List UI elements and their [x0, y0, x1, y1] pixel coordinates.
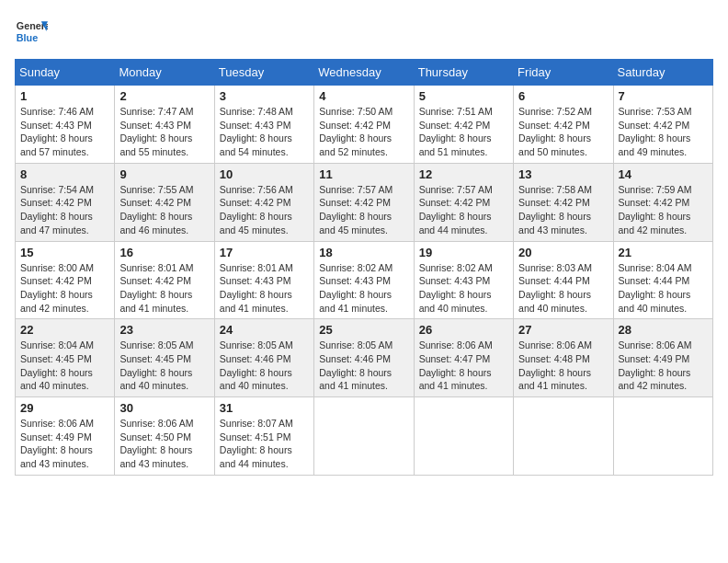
day-number: 28 [619, 323, 708, 337]
day-info: Sunrise: 8:06 AMSunset: 4:49 PMDaylight:… [619, 339, 708, 393]
empty-cell [613, 397, 712, 476]
day-number: 10 [220, 167, 309, 181]
day-info: Sunrise: 8:05 AMSunset: 4:46 PMDaylight:… [220, 339, 309, 393]
day-number: 12 [419, 167, 508, 181]
day-number: 20 [518, 246, 608, 259]
day-info: Sunrise: 7:46 AMSunset: 4:43 PMDaylight:… [20, 105, 109, 159]
calendar-day-cell: 22Sunrise: 8:04 AMSunset: 4:45 PMDayligh… [16, 319, 115, 397]
day-of-week-header: Monday [115, 60, 214, 86]
day-of-week-header: Friday [514, 60, 613, 86]
calendar-row: 15Sunrise: 8:00 AMSunset: 4:42 PMDayligh… [16, 241, 713, 319]
day-info: Sunrise: 7:57 AMSunset: 4:42 PMDaylight:… [419, 183, 508, 237]
calendar-day-cell: 31Sunrise: 8:07 AMSunset: 4:51 PMDayligh… [214, 397, 313, 476]
day-info: Sunrise: 8:07 AMSunset: 4:51 PMDaylight:… [220, 417, 309, 471]
day-number: 2 [119, 89, 209, 103]
day-info: Sunrise: 8:04 AMSunset: 4:44 PMDaylight:… [619, 261, 708, 316]
day-info: Sunrise: 7:59 AMSunset: 4:42 PMDaylight:… [619, 183, 708, 237]
day-number: 23 [119, 323, 209, 337]
day-info: Sunrise: 7:51 AMSunset: 4:42 PMDaylight:… [419, 105, 508, 159]
day-info: Sunrise: 8:01 AMSunset: 4:43 PMDaylight:… [220, 261, 309, 316]
calendar-day-cell: 9Sunrise: 7:55 AMSunset: 4:42 PMDaylight… [115, 163, 214, 241]
day-of-week-header: Tuesday [214, 60, 313, 86]
day-number: 1 [20, 89, 109, 103]
day-number: 11 [319, 167, 408, 181]
day-number: 17 [220, 246, 309, 259]
day-info: Sunrise: 7:54 AMSunset: 4:42 PMDaylight:… [20, 183, 109, 237]
calendar-day-cell: 16Sunrise: 8:01 AMSunset: 4:42 PMDayligh… [115, 241, 214, 319]
calendar-day-cell: 29Sunrise: 8:06 AMSunset: 4:49 PMDayligh… [16, 397, 115, 476]
calendar-row: 22Sunrise: 8:04 AMSunset: 4:45 PMDayligh… [16, 319, 713, 397]
day-of-week-header: Thursday [414, 60, 513, 86]
day-number: 24 [220, 323, 309, 337]
day-number: 18 [319, 246, 408, 259]
day-number: 3 [220, 89, 309, 103]
day-number: 15 [20, 246, 109, 259]
calendar-row: 8Sunrise: 7:54 AMSunset: 4:42 PMDaylight… [16, 163, 713, 241]
svg-text:Blue: Blue [17, 32, 38, 43]
day-number: 22 [20, 323, 109, 337]
calendar-day-cell: 25Sunrise: 8:05 AMSunset: 4:46 PMDayligh… [314, 319, 414, 397]
day-info: Sunrise: 7:53 AMSunset: 4:42 PMDaylight:… [619, 105, 708, 159]
day-of-week-header: Saturday [613, 60, 712, 86]
calendar-day-cell: 26Sunrise: 8:06 AMSunset: 4:47 PMDayligh… [414, 319, 513, 397]
day-of-week-header: Wednesday [314, 60, 414, 86]
day-number: 9 [119, 167, 209, 181]
calendar-day-cell: 12Sunrise: 7:57 AMSunset: 4:42 PMDayligh… [414, 163, 513, 241]
calendar-day-cell: 30Sunrise: 8:06 AMSunset: 4:50 PMDayligh… [115, 397, 214, 476]
day-info: Sunrise: 8:01 AMSunset: 4:42 PMDaylight:… [119, 261, 209, 316]
calendar-day-cell: 19Sunrise: 8:02 AMSunset: 4:43 PMDayligh… [414, 241, 513, 319]
day-info: Sunrise: 8:00 AMSunset: 4:42 PMDaylight:… [20, 261, 109, 316]
day-info: Sunrise: 8:06 AMSunset: 4:48 PMDaylight:… [518, 339, 608, 393]
day-info: Sunrise: 7:55 AMSunset: 4:42 PMDaylight:… [119, 183, 209, 237]
day-info: Sunrise: 8:03 AMSunset: 4:44 PMDaylight:… [518, 261, 608, 316]
calendar-day-cell: 18Sunrise: 8:02 AMSunset: 4:43 PMDayligh… [314, 241, 414, 319]
calendar-day-cell: 20Sunrise: 8:03 AMSunset: 4:44 PMDayligh… [514, 241, 613, 319]
day-info: Sunrise: 8:06 AMSunset: 4:49 PMDaylight:… [20, 417, 109, 471]
calendar-day-cell: 17Sunrise: 8:01 AMSunset: 4:43 PMDayligh… [214, 241, 313, 319]
calendar-day-cell: 6Sunrise: 7:52 AMSunset: 4:42 PMDaylight… [514, 86, 613, 164]
day-number: 7 [619, 89, 708, 103]
day-info: Sunrise: 8:05 AMSunset: 4:46 PMDaylight:… [319, 339, 408, 393]
calendar-day-cell: 15Sunrise: 8:00 AMSunset: 4:42 PMDayligh… [16, 241, 115, 319]
day-info: Sunrise: 7:47 AMSunset: 4:43 PMDaylight:… [119, 105, 209, 159]
calendar-day-cell: 28Sunrise: 8:06 AMSunset: 4:49 PMDayligh… [613, 319, 712, 397]
calendar-day-cell: 13Sunrise: 7:58 AMSunset: 4:42 PMDayligh… [514, 163, 613, 241]
calendar-day-cell: 21Sunrise: 8:04 AMSunset: 4:44 PMDayligh… [613, 241, 712, 319]
day-info: Sunrise: 8:06 AMSunset: 4:47 PMDaylight:… [419, 339, 508, 393]
calendar-row: 1Sunrise: 7:46 AMSunset: 4:43 PMDaylight… [16, 86, 713, 164]
calendar-day-cell: 24Sunrise: 8:05 AMSunset: 4:46 PMDayligh… [214, 319, 313, 397]
day-info: Sunrise: 7:52 AMSunset: 4:42 PMDaylight:… [518, 105, 608, 159]
calendar-row: 29Sunrise: 8:06 AMSunset: 4:49 PMDayligh… [16, 397, 713, 476]
day-info: Sunrise: 7:48 AMSunset: 4:43 PMDaylight:… [220, 105, 309, 159]
calendar-day-cell: 10Sunrise: 7:56 AMSunset: 4:42 PMDayligh… [214, 163, 313, 241]
day-info: Sunrise: 7:57 AMSunset: 4:42 PMDaylight:… [319, 183, 408, 237]
day-number: 5 [419, 89, 508, 103]
day-number: 27 [518, 323, 608, 337]
day-number: 19 [419, 246, 508, 259]
day-number: 29 [20, 401, 109, 415]
empty-cell [414, 397, 513, 476]
day-info: Sunrise: 7:56 AMSunset: 4:42 PMDaylight:… [220, 183, 309, 237]
day-number: 30 [119, 401, 209, 415]
calendar-header-row: SundayMondayTuesdayWednesdayThursdayFrid… [16, 60, 713, 86]
calendar-day-cell: 8Sunrise: 7:54 AMSunset: 4:42 PMDaylight… [16, 163, 115, 241]
calendar-day-cell: 4Sunrise: 7:50 AMSunset: 4:42 PMDaylight… [314, 86, 414, 164]
logo-icon: General Blue [15, 15, 48, 48]
day-number: 26 [419, 323, 508, 337]
logo: General Blue [15, 15, 51, 48]
day-number: 31 [220, 401, 309, 415]
day-number: 25 [319, 323, 408, 337]
empty-cell [514, 397, 613, 476]
calendar-day-cell: 27Sunrise: 8:06 AMSunset: 4:48 PMDayligh… [514, 319, 613, 397]
day-info: Sunrise: 8:02 AMSunset: 4:43 PMDaylight:… [419, 261, 508, 316]
day-info: Sunrise: 8:02 AMSunset: 4:43 PMDaylight:… [319, 261, 408, 316]
day-info: Sunrise: 7:50 AMSunset: 4:42 PMDaylight:… [319, 105, 408, 159]
page-header: General Blue [15, 15, 713, 48]
day-number: 6 [518, 89, 608, 103]
day-number: 13 [518, 167, 608, 181]
day-info: Sunrise: 8:06 AMSunset: 4:50 PMDaylight:… [119, 417, 209, 471]
calendar-day-cell: 1Sunrise: 7:46 AMSunset: 4:43 PMDaylight… [16, 86, 115, 164]
day-number: 4 [319, 89, 408, 103]
day-number: 21 [619, 246, 708, 259]
day-number: 14 [619, 167, 708, 181]
